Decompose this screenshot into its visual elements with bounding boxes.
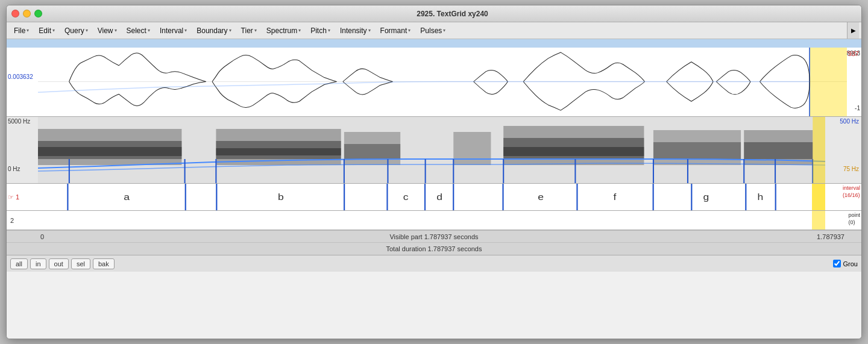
menu-arrow-boundary: ▾ xyxy=(229,28,231,33)
menu-edit[interactable]: Edit ▾ xyxy=(34,25,60,37)
tier-2-label: 2 xyxy=(10,217,14,224)
maximize-button[interactable] xyxy=(34,10,42,17)
menu-boundary[interactable]: Boundary ▾ xyxy=(192,25,236,37)
menu-query[interactable]: Query ▾ xyxy=(60,25,93,37)
in-button[interactable]: in xyxy=(30,258,46,269)
menu-arrow-query: ▾ xyxy=(86,28,88,33)
tier-2-row[interactable]: 2 point(0) xyxy=(7,211,861,230)
menu-view[interactable]: View ▾ xyxy=(93,25,122,37)
status-row-2: Total duration 1.787937 seconds xyxy=(7,243,861,255)
freq-top-label: 5000 Hz xyxy=(8,118,30,125)
svg-rect-48 xyxy=(812,184,825,210)
svg-rect-34 xyxy=(813,117,825,183)
waveform-svg xyxy=(38,48,847,116)
selection-bar xyxy=(7,39,861,48)
svg-text:d: d xyxy=(436,192,442,202)
minimize-button[interactable] xyxy=(23,10,31,17)
svg-rect-6 xyxy=(38,147,181,156)
tier-2-svg xyxy=(38,211,825,230)
tier-1-svg: a b c d e f g h xyxy=(38,184,825,210)
tier-2-content[interactable] xyxy=(38,211,825,230)
main-content: 0.8963 0.003632 -1 1.787937 xyxy=(7,39,861,339)
spectrogram-svg xyxy=(38,117,825,183)
waveform-canvas xyxy=(38,48,847,116)
menu-pulses[interactable]: Pulses ▾ xyxy=(415,25,450,37)
waveform-container[interactable]: 0.8963 0.003632 -1 1.787937 xyxy=(7,48,861,117)
svg-text:b: b xyxy=(278,192,284,202)
titlebar: 2925. TextGrid xy240 xyxy=(7,5,861,22)
svg-text:h: h xyxy=(758,192,764,202)
menu-pitch[interactable]: Pitch ▾ xyxy=(306,25,335,37)
menu-intensity[interactable]: Intensity ▾ xyxy=(335,25,376,37)
menu-arrow-pitch: ▾ xyxy=(328,28,330,33)
all-button[interactable]: all xyxy=(10,258,28,269)
menu-select[interactable]: Select ▾ xyxy=(122,25,155,37)
menu-arrow-formant: ▾ xyxy=(408,28,410,33)
svg-text:a: a xyxy=(124,192,130,202)
sel-button[interactable]: sel xyxy=(71,258,90,269)
visible-part-label: Visible part 1.787937 seconds xyxy=(389,233,478,240)
svg-rect-57 xyxy=(812,211,825,230)
group-check[interactable] xyxy=(833,260,841,267)
wave-segment-4 xyxy=(474,70,508,95)
bak-button[interactable]: bak xyxy=(93,258,115,269)
wave-segment-2 xyxy=(212,55,336,108)
time-right-label: 1.787937 xyxy=(817,233,844,240)
menu-arrow-interval: ▾ xyxy=(184,28,187,33)
svg-text:g: g xyxy=(703,192,709,202)
svg-rect-17 xyxy=(653,142,741,159)
wave-segment-7 xyxy=(716,70,750,95)
interval-info: interval(16/16) xyxy=(843,185,860,199)
group-label: Grou xyxy=(843,260,858,267)
close-button[interactable] xyxy=(11,10,19,17)
tier-1-content[interactable]: a b c d e f g h xyxy=(38,184,825,210)
menu-formant[interactable]: Formant ▾ xyxy=(376,25,416,37)
menu-arrow-select: ▾ xyxy=(148,28,150,33)
tier-1-row[interactable]: ☞ 1 xyxy=(7,183,861,211)
menu-interval[interactable]: Interval ▾ xyxy=(155,25,192,37)
freq-right-top-label: 500 Hz xyxy=(840,118,859,125)
main-window: 2925. TextGrid xy240 File ▾ Edit ▾ Query… xyxy=(6,5,862,339)
menu-arrow-tier: ▾ xyxy=(254,28,257,33)
menubar: File ▾ Edit ▾ Query ▾ View ▾ Select ▾ In… xyxy=(7,22,861,39)
menu-arrow-edit: ▾ xyxy=(52,28,55,33)
group-checkbox[interactable]: Grou xyxy=(833,260,858,267)
tier-1-icon: ☞ 1 xyxy=(8,193,19,201)
svg-rect-1 xyxy=(810,48,847,116)
spectrogram-canvas xyxy=(38,117,825,183)
total-duration-label: Total duration 1.787937 seconds xyxy=(386,245,482,252)
svg-text:f: f xyxy=(614,192,617,202)
menu-arrow-intensity: ▾ xyxy=(368,28,371,33)
menu-spectrum[interactable]: Spectrum ▾ xyxy=(262,25,306,37)
point-info: point(0) xyxy=(848,212,860,226)
menu-arrow-view: ▾ xyxy=(115,28,117,33)
status-bar: 0 Visible part 1.787937 seconds 1.787937… xyxy=(7,230,861,255)
amplitude-bottom-label: -1 xyxy=(855,105,860,111)
menu-tier[interactable]: Tier ▾ xyxy=(236,25,262,37)
spectrogram-container[interactable]: 5000 Hz 0 Hz 500 Hz 75 Hz xyxy=(7,117,861,183)
control-bar: all in out sel bak Grou xyxy=(7,255,861,272)
svg-rect-15 xyxy=(503,147,644,156)
svg-text:c: c xyxy=(403,192,409,202)
traffic-lights xyxy=(11,10,42,17)
svg-rect-12 xyxy=(453,132,491,165)
menu-arrow-spectrum: ▾ xyxy=(298,28,301,33)
out-button[interactable]: out xyxy=(49,258,69,269)
freq-bottom-label: 0 Hz xyxy=(8,166,20,172)
menu-file[interactable]: File ▾ xyxy=(9,25,34,37)
status-row-1: 0 Visible part 1.787937 seconds 1.787937 xyxy=(7,231,861,243)
menu-arrow-pulses: ▾ xyxy=(443,28,445,33)
svg-rect-9 xyxy=(216,148,341,155)
time-left-label: 0 xyxy=(40,233,44,240)
menu-arrow-file: ▾ xyxy=(27,28,29,33)
window-title: 2925. TextGrid xy240 xyxy=(48,10,857,18)
wave-segment-1 xyxy=(69,53,206,106)
svg-rect-11 xyxy=(344,144,400,159)
svg-text:e: e xyxy=(538,192,544,202)
menubar-right-arrow[interactable]: ▶ xyxy=(847,22,859,39)
freq-right-bottom-label: 75 Hz xyxy=(843,166,859,172)
svg-rect-19 xyxy=(744,142,813,159)
